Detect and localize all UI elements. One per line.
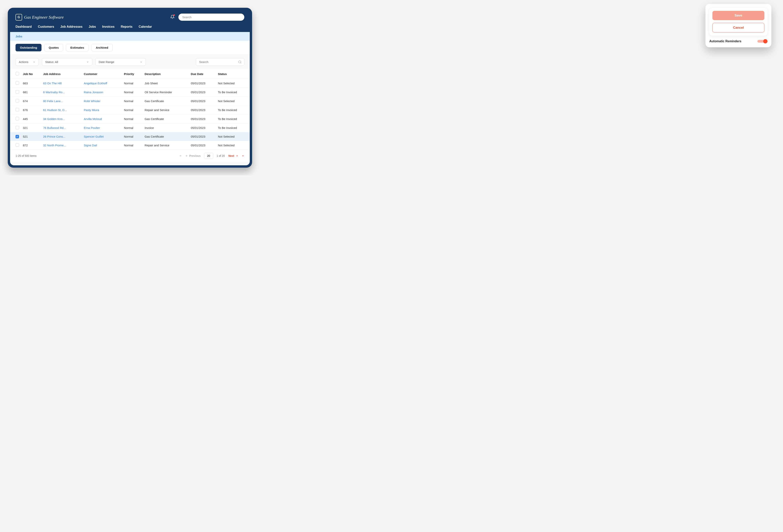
actions-dropdown[interactable]: Actions <box>15 58 39 66</box>
cell-customer[interactable]: Robt Whisler <box>84 99 100 103</box>
date-range-label: Date Range <box>99 60 114 64</box>
table-search-input[interactable] <box>196 58 244 66</box>
cell-job-address[interactable]: 63 On The Hill <box>43 81 62 85</box>
chevron-down-icon <box>86 61 89 63</box>
pagination-previous[interactable]: Previous <box>185 154 201 157</box>
table-row[interactable]: 676 61 Hudson St, D... Pasty Miura Norma… <box>10 106 250 114</box>
notifications-button[interactable] <box>170 15 175 20</box>
arrow-left-icon <box>185 155 188 157</box>
cell-job-address[interactable]: 61 Hudson St, D... <box>43 108 67 112</box>
page-number-input[interactable] <box>204 153 213 159</box>
cell-job-address[interactable]: 76 Bullwood Rd... <box>43 126 66 129</box>
arrow-right-icon <box>236 155 238 157</box>
cell-status: Not Selected <box>216 79 250 88</box>
notification-dot <box>174 14 175 16</box>
cell-description: Gas Certificate <box>143 114 189 124</box>
cell-priority: Normal <box>122 97 143 106</box>
cell-customer[interactable]: Angelique Eckhoff <box>84 81 107 85</box>
col-job-no[interactable]: Job No <box>21 69 41 79</box>
cell-job-address[interactable]: 8 Wartnaby Ro... <box>43 91 65 94</box>
main-nav: Dashboard Customers Job Addresses Jobs I… <box>15 23 244 32</box>
cancel-button[interactable]: Cancel <box>713 23 764 33</box>
col-status[interactable]: Status <box>216 69 250 79</box>
nav-invoices[interactable]: Invoices <box>102 25 115 29</box>
cell-status: To Be Invoiced <box>216 114 250 124</box>
nav-reports[interactable]: Reports <box>121 25 132 29</box>
tab-archived[interactable]: Archived <box>91 44 113 52</box>
row-checkbox[interactable] <box>15 108 19 111</box>
cell-description: Job Sheet <box>143 79 189 88</box>
cell-job-address[interactable]: 32 North Prome... <box>43 144 66 147</box>
tab-quotes[interactable]: Quotes <box>44 44 63 52</box>
cell-customer[interactable]: Signe Dail <box>84 144 97 147</box>
automatic-reminders-toggle[interactable] <box>757 39 768 43</box>
next-label: Next <box>228 154 234 157</box>
cell-customer[interactable]: Pasty Miura <box>84 108 99 112</box>
select-all-checkbox[interactable] <box>15 72 19 75</box>
toggle-knob <box>763 39 768 43</box>
col-job-address[interactable]: Job Address <box>41 69 82 79</box>
table-row[interactable]: 321 76 Bullwood Rd... Erna Poulter Norma… <box>10 124 250 132</box>
table-row[interactable]: 674 80 Felix Lane... Robt Whisler Normal… <box>10 97 250 106</box>
cell-due-date: 05/01/2023 <box>189 141 216 149</box>
nav-dashboard[interactable]: Dashboard <box>15 25 32 29</box>
save-dialog-inner: Save Cancel <box>709 8 768 36</box>
cell-status: To Be Invoiced <box>216 106 250 114</box>
actions-label: Actions <box>19 60 28 64</box>
app-inner: G Gas Engineer Software Dashboard Custom… <box>10 10 250 165</box>
cell-description: Repair and Service <box>143 141 189 149</box>
table-row[interactable]: 445 34 Golden Kno... Arvilla Mcloud Norm… <box>10 114 250 124</box>
cell-customer[interactable]: Arvilla Mcloud <box>84 117 102 121</box>
table-row[interactable]: 681 8 Wartnaby Ro... Raina Jonason Norma… <box>10 88 250 97</box>
row-checkbox[interactable] <box>15 117 19 120</box>
row-checkbox[interactable] <box>15 126 19 129</box>
cell-job-address[interactable]: 26 Prince Cons... <box>43 135 65 138</box>
pagination-first[interactable] <box>179 155 182 157</box>
row-checkbox[interactable] <box>15 90 19 94</box>
pagination-next[interactable]: Next <box>228 154 238 157</box>
tab-estimates[interactable]: Estimates <box>66 44 89 52</box>
table-row[interactable]: 663 63 On The Hill Angelique Eckhoff Nor… <box>10 79 250 88</box>
app-name: Gas Engineer Software <box>24 15 64 20</box>
cell-job-address[interactable]: 34 Golden Kno... <box>43 117 65 121</box>
cell-customer[interactable]: Erna Poulter <box>84 126 100 129</box>
row-checkbox[interactable] <box>15 135 19 138</box>
save-button[interactable]: Save <box>713 11 764 20</box>
cell-customer[interactable]: Spencer Guillet <box>84 135 104 138</box>
table-row[interactable]: 872 32 North Prome... Signe Dail Normal … <box>10 141 250 149</box>
chevron-down-icon <box>33 61 35 63</box>
nav-calendar[interactable]: Calendar <box>139 25 152 29</box>
pagination-summary: 1-25 of 500 items <box>15 154 36 157</box>
filters-bar: Actions Status: All Date Range <box>10 55 250 69</box>
row-checkbox[interactable] <box>15 143 19 147</box>
row-checkbox[interactable] <box>15 99 19 102</box>
cell-priority: Normal <box>122 141 143 149</box>
col-due-date[interactable]: Due Date <box>189 69 216 79</box>
tab-outstanding[interactable]: Outstanding <box>15 44 41 52</box>
cell-due-date: 05/01/2023 <box>189 124 216 132</box>
chevrons-left-icon <box>179 155 182 157</box>
status-label: Status: All <box>45 60 58 64</box>
col-customer[interactable]: Customer <box>82 69 122 79</box>
col-description[interactable]: Description <box>143 69 189 79</box>
pagination-last[interactable] <box>242 155 244 157</box>
cell-job-no: 521 <box>21 132 41 141</box>
header: G Gas Engineer Software Dashboard Custom… <box>10 10 250 32</box>
cell-status: Not Selected <box>216 132 250 141</box>
status-dropdown[interactable]: Status: All <box>42 58 92 66</box>
col-priority[interactable]: Priority <box>122 69 143 79</box>
header-top: G Gas Engineer Software <box>15 13 244 23</box>
cell-job-no: 663 <box>21 79 41 88</box>
global-search-input[interactable] <box>178 13 244 21</box>
logo-icon: G <box>15 14 22 21</box>
cell-description: Repair and Service <box>143 106 189 114</box>
nav-job-addresses[interactable]: Job Addresses <box>60 25 83 29</box>
date-range-dropdown[interactable]: Date Range <box>95 58 146 66</box>
nav-jobs[interactable]: Jobs <box>89 25 96 29</box>
table-search-wrap <box>196 58 244 66</box>
cell-job-address[interactable]: 80 Felix Lane... <box>43 99 63 103</box>
row-checkbox[interactable] <box>15 81 19 85</box>
nav-customers[interactable]: Customers <box>38 25 54 29</box>
table-row[interactable]: 521 26 Prince Cons... Spencer Guillet No… <box>10 132 250 141</box>
cell-customer[interactable]: Raina Jonason <box>84 91 103 94</box>
